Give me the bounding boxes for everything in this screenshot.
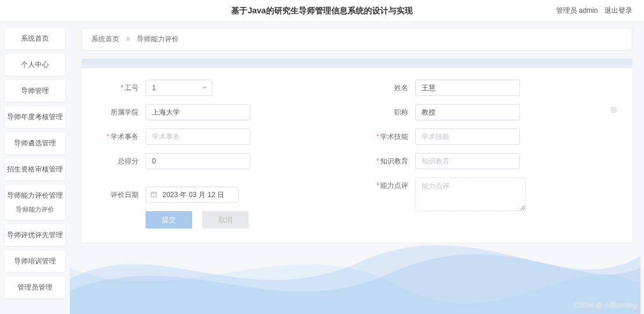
header-right: 管理员 admin 退出登录 bbox=[551, 6, 632, 16]
sidebar-item-train[interactable]: 导师培训管理 bbox=[5, 251, 65, 272]
breadcrumb-sep-icon: ≡ bbox=[126, 35, 130, 43]
sidebar-item-award[interactable]: 导师评优评先管理 bbox=[5, 224, 65, 246]
sidebar-sub-ability[interactable]: 导师能力评价 bbox=[5, 201, 65, 219]
breadcrumb: 系统首页 ≡ 导师能力评价 bbox=[82, 28, 632, 51]
label-jineng: 学术技能 bbox=[380, 133, 408, 141]
header: 基于Java的研究生导师管理信息系统的设计与实现 管理员 admin 退出登录 bbox=[0, 0, 644, 22]
watermark: CSDN @小蔡coding bbox=[574, 301, 637, 311]
page-title: 基于Java的研究生导师管理信息系统的设计与实现 bbox=[231, 6, 412, 16]
breadcrumb-current: 导师能力评价 bbox=[137, 35, 179, 43]
sidebar-item-ability[interactable]: 导师能力评价管理 导师能力评价 bbox=[5, 185, 65, 220]
main: 系统首页 ≡ 导师能力评价 *工号 所属学院 bbox=[70, 22, 644, 314]
submit-button[interactable]: 提交 bbox=[146, 211, 192, 229]
label-zongfen: 总得分 bbox=[118, 157, 139, 165]
logout-link[interactable]: 退出登录 bbox=[604, 6, 632, 15]
label-jiaoyu: 知识教育 bbox=[380, 157, 408, 165]
label-xingming: 姓名 bbox=[394, 84, 408, 92]
sidebar: 系统首页 个人中心 导师管理 导师年度考核管理 导师遴选管理 招生资格审核管理 … bbox=[0, 22, 70, 314]
zongfen-input[interactable] bbox=[146, 153, 250, 169]
riqi-input[interactable] bbox=[146, 187, 239, 203]
svg-rect-0 bbox=[151, 192, 157, 197]
sidebar-item-annual[interactable]: 导师年度考核管理 bbox=[5, 106, 65, 128]
sidebar-item-enroll[interactable]: 招生资格审核管理 bbox=[5, 159, 65, 180]
label-riqi: 评价日期 bbox=[111, 191, 139, 199]
label-zhicheng: 职称 bbox=[394, 108, 408, 116]
sidebar-item-select[interactable]: 导师遴选管理 bbox=[5, 133, 65, 154]
form-card-head bbox=[82, 59, 632, 68]
sidebar-item-tutor[interactable]: 导师管理 bbox=[5, 80, 65, 102]
label-gonghao: 工号 bbox=[125, 84, 139, 92]
label-dianping: 能力点评 bbox=[380, 181, 408, 190]
form-col-right: 姓名 职称 *学术技能 *知识教育 bbox=[374, 80, 609, 229]
sidebar-item-home[interactable]: 系统首页 bbox=[5, 28, 65, 49]
jineng-input[interactable] bbox=[415, 129, 520, 145]
calendar-icon bbox=[150, 191, 157, 198]
xueshu-input[interactable] bbox=[146, 129, 250, 145]
form-card: *工号 所属学院 *学术事务 总得分 bbox=[82, 59, 632, 242]
xueyuan-input[interactable] bbox=[146, 104, 250, 120]
xingming-input[interactable] bbox=[415, 80, 520, 96]
sidebar-item-ability-label: 导师能力评价管理 bbox=[5, 191, 65, 201]
form-col-left: *工号 所属学院 *学术事务 总得分 bbox=[105, 80, 339, 229]
close-icon[interactable]: ⊗ bbox=[610, 104, 617, 115]
user-role: 管理员 admin bbox=[556, 6, 598, 15]
zhicheng-input[interactable] bbox=[415, 104, 520, 120]
label-xueyuan: 所属学院 bbox=[111, 108, 139, 116]
dianping-textarea[interactable] bbox=[415, 177, 526, 211]
jiaoyu-input[interactable] bbox=[415, 153, 520, 169]
label-xueshu: 学术事务 bbox=[111, 133, 139, 141]
sidebar-item-profile[interactable]: 个人中心 bbox=[5, 54, 65, 76]
sidebar-item-admin[interactable]: 管理员管理 bbox=[5, 277, 65, 298]
gonghao-select[interactable] bbox=[146, 80, 213, 96]
breadcrumb-root[interactable]: 系统首页 bbox=[91, 35, 119, 43]
cancel-button[interactable]: 取消 bbox=[202, 211, 249, 229]
